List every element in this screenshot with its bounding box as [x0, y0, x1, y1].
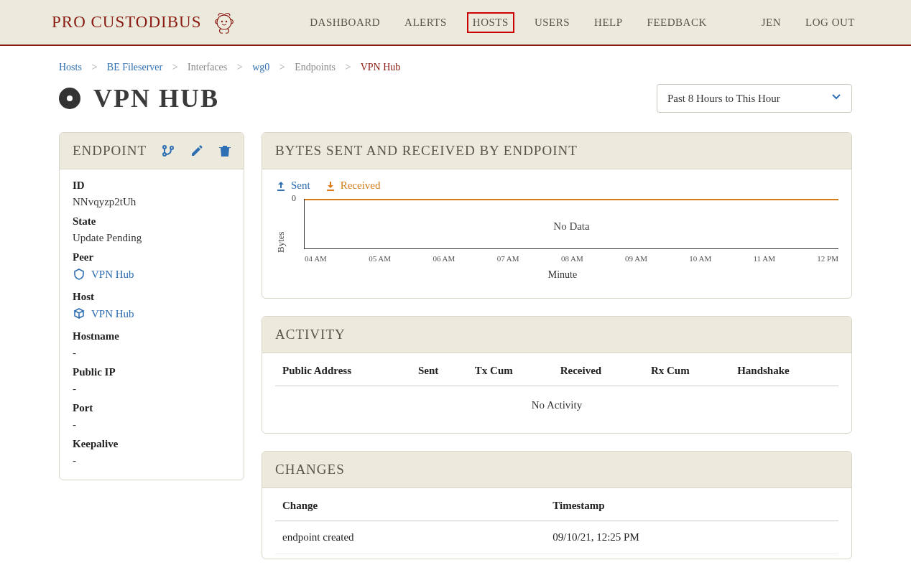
- chart-received-line: [305, 199, 838, 200]
- endpoint-card: ENDPOINT: [59, 132, 244, 480]
- activity-table: Public Address Sent Tx Cum Received Rx C…: [275, 356, 838, 386]
- host-link[interactable]: VPN Hub: [73, 307, 134, 320]
- delete-icon[interactable]: [219, 144, 231, 157]
- activity-empty: No Activity: [275, 386, 838, 420]
- chart-no-data: No Data: [553, 220, 589, 232]
- nav-dashboard[interactable]: DASHBOARD: [305, 14, 384, 32]
- col-change: Change: [275, 491, 545, 521]
- nav-alerts[interactable]: ALERTS: [400, 14, 451, 32]
- id-value: NNvqyzp2tUh: [73, 196, 231, 208]
- download-icon: [325, 180, 336, 192]
- peer-icon: [73, 268, 85, 281]
- legend-received[interactable]: Received: [325, 179, 381, 192]
- time-range-selector[interactable]: Past 8 Hours to This Hour: [657, 84, 852, 113]
- id-label: ID: [73, 179, 231, 192]
- crumb-current: VPN Hub: [361, 62, 401, 73]
- changes-table: Change Timestamp endpoint created 09/10/…: [275, 491, 838, 554]
- peer-link[interactable]: VPN Hub: [73, 268, 134, 281]
- svg-point-5: [170, 146, 173, 149]
- crumb-host[interactable]: BE Fileserver: [107, 62, 162, 73]
- medusa-logo-icon: [212, 10, 236, 34]
- col-public-address: Public Address: [275, 356, 411, 386]
- col-sent: Sent: [411, 356, 468, 386]
- chart-y-label: Bytes: [275, 199, 287, 285]
- legend-sent[interactable]: Sent: [275, 179, 310, 192]
- chart-card: BYTES SENT AND RECEIVED BY ENDPOINT Sent…: [262, 132, 852, 299]
- col-timestamp: Timestamp: [545, 491, 838, 521]
- hostname-value: -: [73, 347, 231, 359]
- chart-legend: Sent Received: [262, 169, 851, 192]
- keepalive-label: Keepalive: [73, 438, 231, 450]
- changes-heading: CHANGES: [275, 462, 345, 477]
- nav-username[interactable]: JEN: [757, 14, 785, 32]
- breadcrumb: Hosts > BE Fileserver > Interfaces > wg0…: [59, 62, 852, 73]
- state-label: State: [73, 215, 231, 228]
- hostname-label: Hostname: [73, 330, 231, 342]
- cube-icon: [73, 307, 85, 320]
- nav-hosts[interactable]: HOSTS: [467, 12, 514, 33]
- crumb-interface[interactable]: wg0: [252, 62, 269, 73]
- main-nav: DASHBOARD ALERTS HOSTS USERS HELP FEEDBA…: [305, 12, 859, 33]
- svg-point-3: [163, 146, 166, 149]
- publicip-label: Public IP: [73, 366, 231, 378]
- col-tx-cum: Tx Cum: [468, 356, 553, 386]
- chart-x-ticks: 04 AM 05 AM 06 AM 07 AM 08 AM 09 AM 10 A…: [305, 254, 838, 263]
- port-value: -: [73, 419, 231, 431]
- chart-heading: BYTES SENT AND RECEIVED BY ENDPOINT: [275, 143, 578, 159]
- svg-point-2: [225, 21, 226, 22]
- change-cell: endpoint created: [275, 521, 545, 554]
- nav-users[interactable]: USERS: [530, 14, 574, 32]
- activity-card: ACTIVITY Public Address Sent Tx Cum Rece…: [262, 316, 852, 434]
- nav-help[interactable]: HELP: [590, 14, 627, 32]
- endpoint-status-icon: [59, 88, 80, 109]
- peer-label: Peer: [73, 251, 231, 263]
- nav-logout[interactable]: LOG OUT: [801, 14, 859, 32]
- state-value: Update Pending: [73, 232, 231, 244]
- branch-icon[interactable]: [162, 144, 175, 157]
- col-handshake: Handshake: [730, 356, 838, 386]
- time-range-label: Past 8 Hours to This Hour: [667, 93, 780, 105]
- chart-y-tick: 0: [292, 193, 296, 204]
- crumb-hosts[interactable]: Hosts: [59, 62, 82, 73]
- top-bar: PRO CUSTODIBUS DASHBOARD ALERTS HOSTS: [0, 0, 911, 46]
- page-title: VPN HUB: [59, 83, 219, 113]
- publicip-value: -: [73, 383, 231, 395]
- col-received: Received: [553, 356, 644, 386]
- svg-point-0: [217, 15, 231, 29]
- svg-point-4: [163, 153, 166, 156]
- timestamp-cell: 09/10/21, 12:25 PM: [545, 521, 838, 554]
- activity-heading: ACTIVITY: [275, 327, 346, 342]
- port-label: Port: [73, 402, 231, 414]
- nav-feedback[interactable]: FEEDBACK: [643, 14, 711, 32]
- changes-card: CHANGES Change Timestamp endpoint creat: [262, 451, 852, 559]
- keepalive-value: -: [73, 454, 231, 467]
- brand[interactable]: PRO CUSTODIBUS: [52, 10, 236, 34]
- brand-text: PRO CUSTODIBUS: [52, 13, 202, 32]
- host-label: Host: [73, 291, 231, 303]
- col-rx-cum: Rx Cum: [644, 356, 730, 386]
- bytes-chart: Bytes 0 No Data 04 AM 05 AM 06 AM: [275, 199, 838, 285]
- crumb-endpoints: Endpoints: [295, 62, 336, 73]
- table-row: endpoint created 09/10/21, 12:25 PM: [275, 521, 838, 554]
- edit-icon[interactable]: [190, 144, 203, 157]
- chart-x-label: Minute: [287, 269, 838, 281]
- upload-icon: [275, 180, 287, 192]
- svg-point-1: [221, 21, 222, 22]
- chevron-down-icon: [831, 92, 841, 105]
- endpoint-heading: ENDPOINT: [73, 143, 147, 159]
- crumb-interfaces: Interfaces: [188, 62, 227, 73]
